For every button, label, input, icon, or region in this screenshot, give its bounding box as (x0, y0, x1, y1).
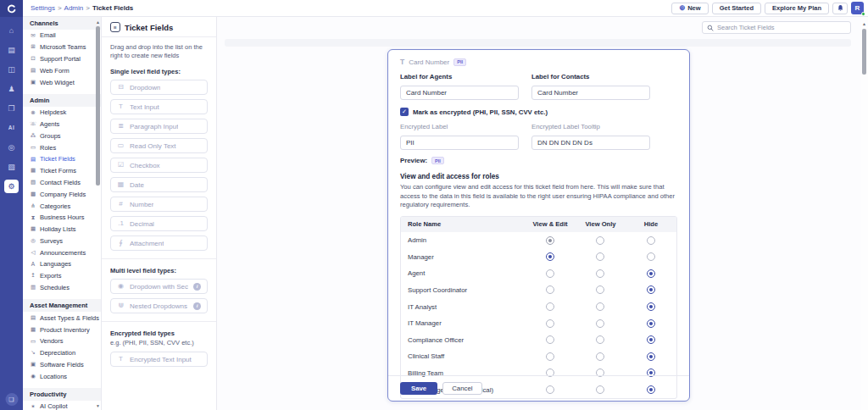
service-catalog-icon[interactable]: ◎ (4, 141, 19, 154)
sidebar-item[interactable]: ▭ Vendors (23, 335, 101, 347)
solutions-icon[interactable]: ❐ (4, 102, 19, 115)
view-only-radio[interactable] (596, 319, 604, 328)
sidebar-item-icon: ◁ (30, 250, 36, 256)
cancel-button[interactable]: Cancel (442, 382, 481, 395)
view-edit-radio[interactable] (546, 252, 554, 261)
view-only-radio[interactable] (596, 269, 604, 278)
tickets-icon[interactable]: ▤ (4, 43, 19, 57)
view-only-radio[interactable] (596, 352, 604, 361)
encrypted-label-label: Encrypted Label (400, 123, 519, 130)
workspace-switcher-icon[interactable]: ❏ (5, 393, 18, 406)
view-edit-radio[interactable] (546, 269, 554, 278)
user-avatar[interactable]: R (851, 2, 864, 14)
sidebar-item[interactable]: ⧗ Business Hours (23, 212, 101, 224)
view-only-radio[interactable] (596, 252, 604, 261)
sidebar-item[interactable]: ▤ Asset Types & Fields (23, 312, 101, 324)
sidebar-item[interactable]: ◉ Locations (23, 370, 101, 382)
sidebar-item[interactable]: ▦ Product Inventory (23, 324, 101, 335)
new-button[interactable]: ⊕ New (671, 3, 709, 14)
sidebar-item[interactable]: ↘ Depreciation (23, 347, 101, 359)
notifications-button[interactable] (832, 3, 848, 14)
sidebar-item[interactable]: A Languages (23, 258, 101, 270)
hide-radio[interactable] (647, 352, 655, 361)
sidebar-item[interactable]: ↥ Exports (23, 270, 101, 282)
info-icon[interactable]: i (193, 283, 201, 291)
field-type-card[interactable]: ⋓ Nested Dropdowns i (110, 298, 208, 313)
view-edit-radio[interactable] (546, 236, 554, 245)
sidebar-scroll-down-icon[interactable]: ▼ (96, 403, 100, 408)
encrypted-label-input[interactable] (400, 136, 519, 150)
hide-radio[interactable] (647, 319, 655, 328)
explore-my-plan-button[interactable]: Explore My Plan (765, 3, 829, 14)
sidebar-item[interactable]: ▧ Contact Fields (23, 177, 101, 189)
contacts-label-input[interactable] (531, 86, 650, 100)
view-edit-radio[interactable] (546, 319, 554, 328)
view-only-radio[interactable] (596, 285, 604, 294)
hide-radio[interactable] (647, 335, 655, 344)
sidebar-item[interactable]: ▦ Holiday Lists (23, 224, 101, 235)
checkbox-checked-icon[interactable]: ✓ (400, 108, 409, 116)
field-type-card[interactable]: # Number i (110, 197, 208, 212)
admin-settings-icon[interactable]: ⚙ (4, 180, 19, 193)
mark-encrypted-row[interactable]: ✓ Mark as encrypted (PHI, PII, SSN, CVV … (400, 108, 677, 116)
sidebar-item[interactable]: ▣ Software Fields (23, 359, 101, 371)
sidebar-item[interactable]: ⊡ Support Portal (23, 53, 101, 65)
customers-icon[interactable]: ♟ (4, 82, 19, 96)
app-logo[interactable] (0, 0, 23, 17)
view-edit-radio[interactable] (546, 302, 554, 311)
field-type-card[interactable]: ▦ Date i (110, 177, 208, 192)
field-type-card[interactable]: ☑ Checkbox i (110, 158, 208, 173)
sidebar-item[interactable]: ◎ Surveys (23, 235, 101, 247)
sidebar-item[interactable]: ▤ Web Form (23, 64, 101, 76)
analytics-icon[interactable]: ▧ (4, 160, 19, 174)
home-icon[interactable]: ⌂ (4, 24, 19, 37)
view-edit-radio[interactable] (546, 285, 554, 294)
sidebar-item[interactable]: ▤ Ticket Fields (23, 153, 101, 165)
sidebar-item[interactable]: ▭ Roles (23, 141, 101, 153)
view-edit-radio[interactable] (546, 352, 554, 361)
field-type-card[interactable]: .1 Decimal i (110, 216, 208, 231)
field-type-card[interactable]: ≣ Paragraph Input i (110, 119, 208, 134)
sidebar-item[interactable]: ✉ Email (23, 30, 101, 42)
search-input[interactable] (717, 24, 846, 31)
sidebar-item[interactable]: ◁ Announcements (23, 247, 101, 258)
view-edit-radio[interactable] (546, 335, 554, 344)
hide-radio[interactable] (647, 269, 655, 278)
view-only-radio[interactable] (596, 236, 604, 245)
sidebar-item[interactable]: ⊞ Microsoft Teams (23, 42, 101, 53)
sidebar-item[interactable]: ▩ Company Fields (23, 188, 101, 200)
sidebar-item[interactable]: ⁂ Groups (23, 130, 101, 141)
page-scroll-up-icon[interactable]: ▲ (862, 21, 866, 26)
encrypted-tooltip-input[interactable] (531, 136, 650, 150)
contacts-icon[interactable]: ◫ (4, 63, 19, 76)
sidebar-item[interactable]: ▣ Web Widget (23, 76, 101, 88)
hide-radio[interactable] (647, 252, 655, 261)
get-started-button[interactable]: Get Started (712, 3, 761, 14)
sidebar-item[interactable]: ☏ Agents (23, 119, 101, 130)
save-button[interactable]: Save (400, 382, 437, 395)
view-only-radio[interactable] (596, 302, 604, 311)
hide-radio[interactable] (647, 302, 655, 311)
field-type-card[interactable]: T Encrypted Text Input i (110, 352, 208, 367)
sidebar-item[interactable]: ⊗ Helpdesk (23, 107, 101, 119)
sidebar-item[interactable]: ▦ Ticket Forms (23, 165, 101, 177)
field-type-card[interactable]: ⊟ Dropdown i (110, 80, 208, 95)
page-scrollbar[interactable] (862, 29, 866, 75)
field-type-card[interactable]: T Text Input i (110, 99, 208, 114)
field-type-card[interactable]: ▭ Read Only Text i (110, 138, 208, 153)
field-type-card[interactable]: ∮ Attachment i (110, 235, 208, 251)
breadcrumb-settings-link[interactable]: Settings (31, 4, 55, 12)
hide-radio[interactable] (647, 236, 655, 245)
sidebar-scroll-up-icon[interactable]: ▲ (96, 19, 100, 25)
sidebar-item[interactable]: ▥ Schedules (23, 282, 101, 294)
sidebar-item[interactable]: ⋔ Categories (23, 200, 101, 212)
sidebar-scrollbar[interactable] (96, 26, 100, 186)
info-icon[interactable]: i (193, 302, 201, 310)
view-only-radio[interactable] (596, 335, 604, 344)
breadcrumb-admin-link[interactable]: Admin (64, 4, 84, 12)
hide-radio[interactable] (647, 285, 655, 294)
agents-label-input[interactable] (400, 86, 519, 100)
field-type-card[interactable]: ◉ Dropdown with Sections i (110, 279, 208, 294)
sidebar-item[interactable]: ✶ AI Copilot (23, 401, 101, 410)
ai-icon[interactable]: AI (4, 121, 19, 135)
